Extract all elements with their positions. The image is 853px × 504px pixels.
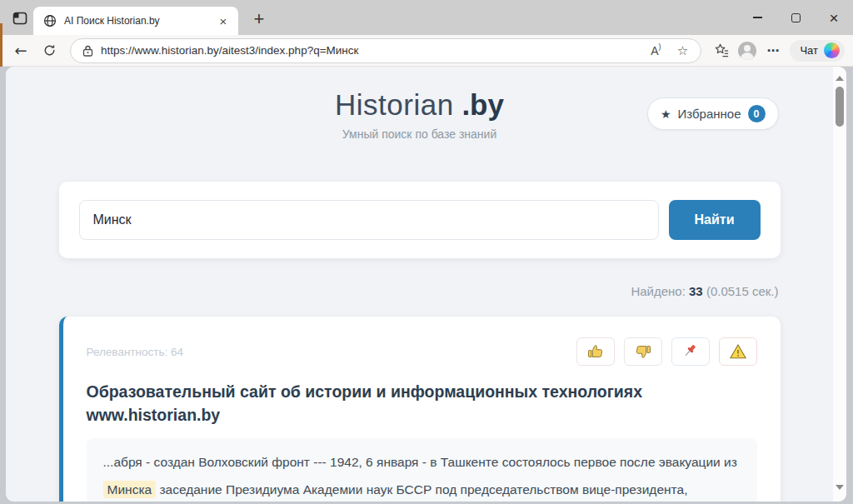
pin-icon (681, 342, 700, 361)
settings-menu-icon[interactable]: ⋯ (763, 43, 783, 58)
search-button[interactable]: Найти (669, 200, 761, 240)
result-title-url: www.historian.by (87, 404, 757, 427)
tab-actions-menu-icon[interactable] (10, 8, 30, 28)
results-meta: Найдено: 33 (0.0515 сек.) (59, 284, 781, 298)
tab-strip: AI Поиск Historian.by × + × (0, 0, 853, 35)
back-icon[interactable]: ← (10, 40, 32, 62)
lock-icon (81, 41, 94, 61)
results-prefix: Найдено: (631, 284, 689, 298)
pin-button[interactable] (671, 337, 710, 366)
window-frame: Historian .by Умный поиск по базе знаний… (0, 67, 853, 504)
new-tab-button[interactable]: + (247, 7, 272, 32)
tab-close-icon[interactable]: × (215, 12, 232, 29)
copilot-chat-button[interactable]: Чат (790, 40, 845, 62)
copilot-icon (824, 42, 840, 58)
relevance-label: Релевантность: 64 (87, 346, 183, 358)
logo-main: Historian (335, 88, 454, 121)
warning-button[interactable] (719, 337, 757, 366)
warning-icon (729, 342, 747, 361)
chat-label: Чат (800, 44, 818, 57)
result-actions (576, 337, 757, 366)
profile-avatar[interactable] (738, 42, 756, 60)
page-scroll-area: Historian .by Умный поиск по базе знаний… (6, 67, 833, 502)
url-text[interactable]: https://www.historian.by/aitest3/index.p… (101, 44, 639, 57)
window-edge-accent (0, 23, 2, 67)
favorites-count-badge: 0 (748, 105, 766, 122)
web-content: Historian .by Умный поиск по базе знаний… (6, 67, 846, 502)
snippet-highlight: Минска (103, 481, 157, 498)
tab-title: AI Поиск Historian.by (64, 15, 207, 27)
scroll-up-arrow[interactable] (836, 76, 844, 81)
window-controls: × (738, 0, 853, 35)
refresh-icon[interactable] (38, 40, 60, 62)
search-card: Найти (59, 182, 781, 258)
page-scrollbar[interactable] (833, 67, 846, 502)
close-icon: × (829, 10, 838, 26)
read-aloud-icon[interactable]: A) (646, 41, 666, 61)
star-icon: ★ (661, 107, 671, 121)
result-snippet: ...абря - создан Волховский фронт --- 19… (87, 438, 757, 502)
scroll-down-arrow[interactable] (836, 485, 844, 490)
results-time: (0.0515 сек.) (703, 284, 779, 298)
scrollbar-thumb[interactable] (836, 87, 844, 127)
favorites-button[interactable]: ★ Избранное 0 (647, 97, 779, 130)
result-card: Релевантность: 64 (59, 317, 781, 502)
globe-icon (43, 14, 57, 27)
logo-suffix: .by (461, 88, 504, 121)
address-bar[interactable]: https://www.historian.by/aitest3/index.p… (70, 38, 701, 63)
search-input[interactable] (79, 200, 659, 240)
close-button[interactable]: × (815, 0, 853, 35)
thumbs-up-icon (586, 342, 605, 361)
results-count: 33 (689, 284, 703, 298)
thumbs-up-button[interactable] (576, 337, 615, 366)
thumbs-down-button[interactable] (624, 337, 662, 366)
snippet-before: ...абря - создан Волховский фронт --- 19… (103, 455, 737, 469)
favorites-label: Избранное (677, 107, 741, 121)
collections-icon[interactable] (711, 41, 731, 61)
maximize-icon (791, 13, 801, 22)
snippet-after: заседание Президиума Академии наук БССР … (103, 482, 701, 502)
favorite-star-icon[interactable]: ☆ (672, 41, 692, 61)
minimize-button[interactable] (738, 0, 776, 35)
browser-toolbar: ← https://www.historian.by/aitest3/index… (0, 35, 853, 67)
thumbs-down-icon (634, 342, 652, 361)
site-header: Historian .by Умный поиск по базе знаний… (59, 87, 781, 141)
result-title-text: Образовательный сайт об истории и информ… (87, 382, 643, 401)
browser-tab[interactable]: AI Поиск Historian.by × (33, 7, 238, 35)
maximize-button[interactable] (776, 0, 815, 35)
minimize-icon (753, 17, 762, 17)
result-title[interactable]: Образовательный сайт об истории и информ… (87, 381, 757, 427)
